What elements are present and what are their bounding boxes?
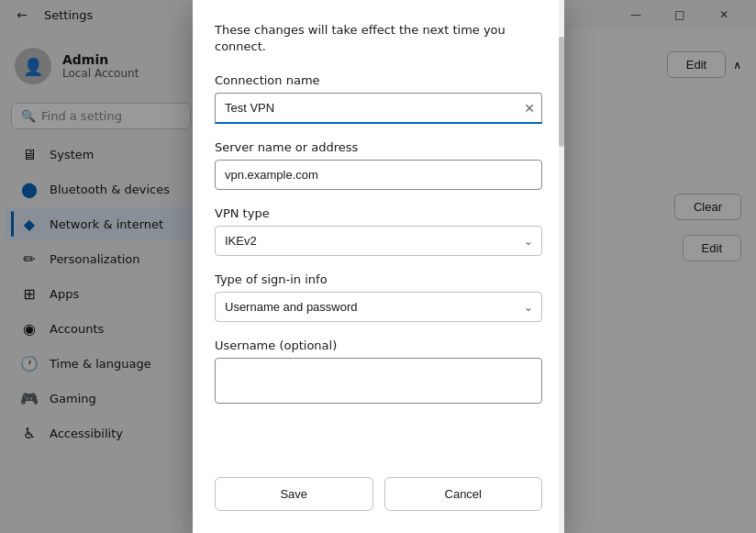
dialog-footer: Save Cancel: [193, 462, 564, 533]
server-name-input-wrap: [215, 160, 542, 190]
connection-name-label: Connection name: [215, 73, 542, 87]
username-label: Username (optional): [215, 339, 542, 352]
dialog-body: These changes will take effect the next …: [193, 0, 564, 462]
vpn-type-select[interactable]: IKEv2 PPTP L2TP/IPsec with certificate L…: [215, 226, 542, 256]
vpn-dialog: These changes will take effect the next …: [193, 0, 564, 533]
dialog-scrollbar-thumb: [559, 37, 564, 147]
sign-in-field: Type of sign-in info Username and passwo…: [215, 272, 542, 322]
sign-in-select[interactable]: Username and password Certificate Smart …: [215, 292, 542, 322]
vpn-type-field: VPN type IKEv2 PPTP L2TP/IPsec with cert…: [215, 206, 542, 256]
sign-in-label: Type of sign-in info: [215, 272, 542, 286]
dialog-notice: These changes will take effect the next …: [215, 22, 542, 55]
server-name-label: Server name or address: [215, 140, 542, 154]
server-name-field: Server name or address: [215, 140, 542, 190]
vpn-type-select-wrap: IKEv2 PPTP L2TP/IPsec with certificate L…: [215, 226, 542, 256]
connection-name-input-wrap: ✕: [215, 93, 542, 124]
username-field: Username (optional): [215, 339, 542, 404]
settings-window: ← Settings — □ ✕ 👤 Admin Local Account: [0, 0, 756, 533]
connection-name-field: Connection name ✕: [215, 73, 542, 124]
username-input[interactable]: [215, 358, 542, 404]
sign-in-select-wrap: Username and password Certificate Smart …: [215, 292, 542, 322]
dialog-scrollbar[interactable]: [559, 0, 564, 533]
server-name-input[interactable]: [215, 160, 542, 190]
vpn-type-label: VPN type: [215, 206, 542, 220]
username-input-wrap: [215, 358, 542, 404]
cancel-button[interactable]: Cancel: [384, 477, 543, 511]
connection-name-clear-icon[interactable]: ✕: [524, 101, 535, 116]
connection-name-input[interactable]: [215, 93, 542, 124]
save-button[interactable]: Save: [215, 477, 373, 511]
